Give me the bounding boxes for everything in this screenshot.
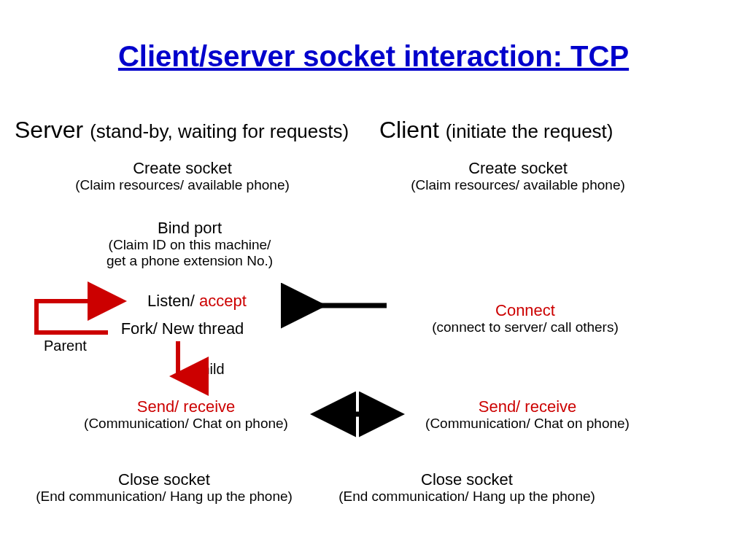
step-main: Send/ receive xyxy=(66,397,306,416)
client-send-receive: Send/ receive (Communication/ Chat on ph… xyxy=(400,397,655,432)
server-heading-sub: (stand-by, waiting for requests) xyxy=(90,120,349,142)
server-listen-accept: Listen/ accept xyxy=(124,292,270,310)
step-main: Bind port xyxy=(95,219,285,237)
step-main: Connect xyxy=(398,301,653,319)
arrow-send-receive-bidir xyxy=(310,404,405,424)
server-heading: Server (stand-by, waiting for requests) xyxy=(15,117,349,144)
arrow-child-down xyxy=(169,340,187,386)
diagram-title: Client/server socket interaction: TCP xyxy=(0,40,747,73)
arrow-parent-loop xyxy=(29,292,131,365)
arrow-connect-to-accept xyxy=(306,295,394,316)
client-create-socket: Create socket (Claim resources/ availabl… xyxy=(387,159,649,193)
step-sub2: get a phone extension No.) xyxy=(95,253,285,269)
step-main: Close socket xyxy=(321,470,613,489)
accept-text: accept xyxy=(199,292,247,310)
client-heading: Client (initiate the request) xyxy=(379,117,614,144)
step-main: Create socket xyxy=(58,159,306,177)
listen-text: Listen/ xyxy=(147,292,199,310)
client-heading-main: Client xyxy=(379,117,446,143)
step-sub: (Claim resources/ available phone) xyxy=(58,177,306,193)
client-connect: Connect (connect to server/ call others) xyxy=(398,301,653,335)
step-sub: (Communication/ Chat on phone) xyxy=(400,416,655,432)
fork-text: Fork/ New thread xyxy=(121,319,244,338)
step-main: Close socket xyxy=(22,470,306,489)
step-sub: (End communication/ Hang up the phone) xyxy=(321,489,613,505)
step-sub: (End communication/ Hang up the phone) xyxy=(22,489,306,505)
server-create-socket: Create socket (Claim resources/ availabl… xyxy=(58,159,306,193)
step-sub: (connect to server/ call others) xyxy=(398,319,653,335)
step-main: Send/ receive xyxy=(400,397,655,416)
client-heading-sub: (initiate the request) xyxy=(446,120,614,142)
server-send-receive: Send/ receive (Communication/ Chat on ph… xyxy=(66,397,306,432)
step-sub: (Communication/ Chat on phone) xyxy=(66,416,306,432)
step-main: Create socket xyxy=(387,159,649,177)
server-bind-port: Bind port (Claim ID on this machine/ get… xyxy=(95,219,285,269)
child-label: Child xyxy=(191,361,225,378)
step-sub1: (Claim ID on this machine/ xyxy=(95,237,285,253)
client-close-socket: Close socket (End communication/ Hang up… xyxy=(321,470,613,505)
server-close-socket: Close socket (End communication/ Hang up… xyxy=(22,470,306,505)
server-heading-main: Server xyxy=(15,117,90,143)
step-sub: (Claim resources/ available phone) xyxy=(387,177,649,193)
